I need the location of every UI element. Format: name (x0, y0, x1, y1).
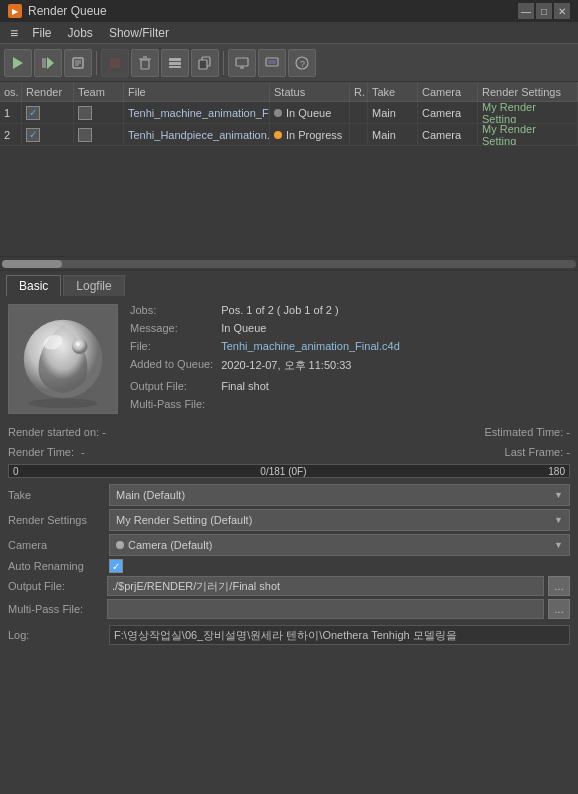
jobs-label: Jobs: (130, 304, 213, 320)
delete-button[interactable] (131, 49, 159, 77)
row1-camera: Camera (418, 102, 478, 123)
added-value: 2020-12-07, 오후 11:50:33 (221, 358, 570, 377)
row1-status: In Queue (270, 102, 350, 123)
rendersettings-label: Render Settings (8, 514, 103, 526)
copy-button[interactable] (191, 49, 219, 77)
svg-rect-1 (42, 58, 46, 68)
help-button[interactable]: ? (288, 49, 316, 77)
render-queue-table: os. Render Team File Status R. Take Came… (0, 82, 578, 257)
close-button[interactable]: ✕ (554, 3, 570, 19)
row2-render-check[interactable] (22, 124, 74, 145)
team-checkbox-2[interactable] (78, 128, 92, 142)
minimize-button[interactable]: — (518, 3, 534, 19)
scroll-track[interactable] (2, 260, 576, 268)
svg-rect-16 (236, 58, 248, 66)
col-header-renderset: Render Settings (478, 82, 578, 101)
render-team-button[interactable] (34, 49, 62, 77)
lastframe-value: - (566, 446, 570, 458)
col-header-status: Status (270, 82, 350, 101)
svg-marker-0 (13, 57, 23, 69)
row1-render-check[interactable] (22, 102, 74, 123)
camera-dot-icon (116, 541, 124, 549)
camera-field-row: Camera Camera (Default) ▼ (8, 534, 570, 556)
row1-team-check[interactable] (74, 102, 124, 123)
menu-hamburger[interactable]: ≡ (4, 23, 24, 43)
multipassfile-input[interactable] (107, 599, 544, 619)
time-value: - (81, 446, 85, 458)
outputfile-browse-button[interactable]: … (548, 576, 570, 596)
toolbar: ? (0, 44, 578, 82)
row2-camera: Camera (418, 124, 478, 145)
menu-jobs[interactable]: Jobs (60, 24, 101, 42)
maximize-button[interactable]: □ (536, 3, 552, 19)
view-render-button[interactable] (258, 49, 286, 77)
row1-take: Main (368, 102, 418, 123)
row2-r (350, 124, 368, 145)
svg-rect-7 (110, 58, 120, 68)
render-checkbox-1[interactable] (26, 106, 40, 120)
file-value: Tenhi_machine_animation_Final.c4d (221, 340, 570, 356)
render-stats: Render started on: - Estimated Time: - (0, 422, 578, 442)
row1-file: Tenhi_machine_animation_Final.c4d (124, 102, 270, 123)
render-checkbox-2[interactable] (26, 128, 40, 142)
camera-dropdown-arrow: ▼ (554, 540, 563, 550)
svg-point-27 (76, 342, 80, 346)
outputfile-row: Output File: … (8, 576, 570, 596)
autorenaming-row: Auto Renaming ✓ (8, 559, 570, 573)
tab-basic[interactable]: Basic (6, 275, 61, 296)
render-button[interactable] (4, 49, 32, 77)
table-row[interactable]: 1 Tenhi_machine_animation_Final.c4d In Q… (0, 102, 578, 124)
fields-area: Take Main (Default) ▼ Render Settings My… (0, 480, 578, 623)
multipassfile-row: Multi-Pass File: … (8, 599, 570, 619)
col-header-file: File (124, 82, 270, 101)
app-icon: ▶ (8, 4, 22, 18)
estimated-value: - (566, 426, 570, 438)
svg-point-26 (72, 338, 88, 354)
time-label: Render Time: (8, 446, 74, 458)
title-bar: ▶ Render Queue — □ ✕ (0, 0, 578, 22)
outputfile-label: Output File: (8, 580, 103, 592)
monitor-button[interactable] (228, 49, 256, 77)
rendersettings-select[interactable]: My Render Setting (Default) ▼ (109, 509, 570, 531)
multipass-label: Multi-Pass File: (130, 398, 213, 414)
added-label: Added to Queue: (130, 358, 213, 377)
log-row: Log: F:\영상작업실\06_장비설명\원세라 텐하이\Onethera T… (0, 625, 578, 645)
menu-showfilter[interactable]: Show/Filter (101, 24, 177, 42)
row1-renderset: My Render Setting (478, 102, 578, 123)
team-checkbox-1[interactable] (78, 106, 92, 120)
horizontal-scrollbar[interactable] (0, 257, 578, 271)
table-row[interactable]: 2 Tenhi_Handpiece_animation.c4d In Progr… (0, 124, 578, 146)
row1-os: 1 (0, 102, 22, 123)
message-value: In Queue (221, 322, 570, 338)
job-info-table: Jobs: Pos. 1 of 2 ( Job 1 of 2 ) Message… (130, 304, 570, 414)
svg-rect-15 (199, 60, 207, 69)
multipassfile-browse-button[interactable]: … (548, 599, 570, 619)
list-view-button[interactable] (161, 49, 189, 77)
camera-select[interactable]: Camera (Default) ▼ (109, 534, 570, 556)
tab-logfile[interactable]: Logfile (63, 275, 124, 296)
col-header-team: Team (74, 82, 124, 101)
script-button[interactable] (64, 49, 92, 77)
row2-team-check[interactable] (74, 124, 124, 145)
col-header-take: Take (368, 82, 418, 101)
scroll-thumb[interactable] (2, 260, 62, 268)
separator-1 (96, 51, 97, 75)
row2-file: Tenhi_Handpiece_animation.c4d (124, 124, 270, 145)
progress-labels: 0 0/181 (0F) 180 (9, 466, 569, 477)
progress-bar: 0 0/181 (0F) 180 (8, 464, 570, 478)
jobs-value: Pos. 1 of 2 ( Job 1 of 2 ) (221, 304, 570, 320)
lastframe-label: Last Frame: (505, 446, 564, 458)
svg-rect-8 (141, 60, 149, 69)
autorenaming-checkbox[interactable]: ✓ (109, 559, 123, 573)
svg-marker-2 (47, 57, 54, 69)
progress-start: 0 (13, 466, 19, 477)
svg-text:?: ? (300, 59, 305, 69)
outputfile-input[interactable] (107, 576, 544, 596)
rendersettings-field-row: Render Settings My Render Setting (Defau… (8, 509, 570, 531)
stop-button[interactable] (101, 49, 129, 77)
svg-rect-20 (268, 60, 276, 64)
autorenaming-label: Auto Renaming (8, 560, 103, 572)
separator-2 (223, 51, 224, 75)
menu-file[interactable]: File (24, 24, 59, 42)
take-select[interactable]: Main (Default) ▼ (109, 484, 570, 506)
